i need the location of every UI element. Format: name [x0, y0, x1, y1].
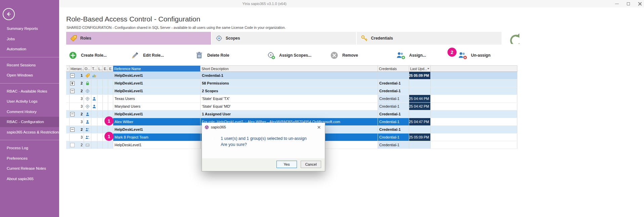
credentials-cell[interactable]: Credential-1 [378, 133, 409, 141]
reference-name-cell[interactable]: HelpDeskLevel1 [113, 126, 201, 133]
create-role-button[interactable]: Create Role... [69, 49, 107, 62]
dialog-close-button[interactable] [313, 123, 325, 131]
refresh-button[interactable] [508, 33, 519, 44]
hierarchy-cell[interactable]: 1 [70, 72, 84, 79]
last-updated-cell[interactable]: 025 04:47 PM [409, 118, 431, 125]
tab-roles[interactable]: Roles [66, 32, 212, 45]
credentials-cell[interactable]: Credential-1 [378, 126, 409, 133]
sidebar-item-comment-history[interactable]: Comment History [0, 107, 59, 117]
sidebar-item-about-sapio365[interactable]: About sapio365 [0, 174, 59, 184]
hierarchy-cell[interactable]: 3 [70, 103, 84, 110]
hierarchy-cell[interactable]: 2 [70, 110, 84, 118]
sidebar-item-process-log[interactable]: Process Log [0, 143, 59, 153]
hierarchy-cell[interactable]: 3 [70, 95, 84, 102]
sidebar-item-user-activity-logs[interactable]: User Activity Logs [0, 96, 59, 107]
reference-name-cell[interactable]: HelpDeskLevel1 [113, 79, 201, 87]
collapse-toggle[interactable] [70, 89, 75, 93]
collapse-toggle[interactable] [70, 112, 75, 116]
e2-column-header[interactable]: E... [108, 66, 113, 71]
collapse-toggle[interactable] [70, 127, 75, 132]
sidebar-item-current-release-notes[interactable]: Current Release Notes [0, 163, 59, 174]
table-row[interactable]: 3 Texas Users 'State' Equal 'TX' Credent… [66, 95, 517, 103]
table-row[interactable]: 3 Maryland Users 'State' Equal 'MD' Cred… [66, 103, 517, 110]
table-row[interactable]: 2 HelpDeskLevel1 2 Scopes Credential-1 [66, 87, 517, 95]
credentials-cell[interactable]: Credential-1 [378, 141, 409, 149]
tab-credentials[interactable]: Credentials [357, 32, 502, 45]
assign-scopes-button[interactable]: Assign Scopes... [267, 49, 311, 62]
sidebar-item-open-windows[interactable]: Open Windows [0, 70, 59, 80]
short-description-cell[interactable]: 2 Scopes [201, 87, 378, 95]
last-updated-cell[interactable] [409, 79, 431, 87]
hierarchy-cell[interactable]: 3 [70, 118, 84, 125]
reference-name-cell[interactable]: Texas Users [113, 95, 201, 102]
sidebar-item-automation[interactable]: Automation [0, 44, 59, 54]
reference-name-cell[interactable]: Mark 8 Project Team [113, 133, 201, 141]
last-updated-cell[interactable] [409, 126, 431, 133]
collapse-toggle[interactable] [70, 73, 75, 78]
reference-name-cell[interactable]: HelpDeskLevel1 [113, 141, 201, 149]
maximize-button[interactable] [627, 2, 630, 6]
remove-button[interactable]: Remove [330, 49, 358, 62]
last-updated-cell[interactable]: 25 05:09 PM [409, 72, 431, 79]
sidebar-item-rbac-available-roles[interactable]: RBAC - Available Roles [0, 86, 59, 97]
credentials-cell[interactable] [378, 72, 409, 79]
table-row[interactable]: 1 HelpDeskLevel1 Credential-1 25 05:09 P… [66, 72, 517, 79]
credentials-cell[interactable]: Credential-1 [378, 87, 409, 95]
assign-button[interactable]: Assign... [396, 49, 426, 62]
hierarchy-column-header[interactable]: Hierarc... [70, 66, 84, 71]
yes-button[interactable]: Yes [276, 161, 297, 168]
lock-column-header[interactable] [66, 66, 70, 71]
sidebar-item-sapio365-access-restrictions[interactable]: sapio365 Access & Restrictions [0, 127, 59, 138]
table-row[interactable]: 2 HelpDeskLevel1 58 Permissions Credenti… [66, 79, 517, 87]
t-column-header[interactable]: T... [91, 66, 97, 71]
last-updated-cell[interactable]: 025 04:42 PM [409, 103, 431, 110]
hierarchy-cell[interactable]: 3 [70, 133, 84, 141]
sidebar-item-jobs[interactable]: Jobs [0, 34, 59, 44]
sidebar-item-rbac-configuration[interactable]: RBAC - Configuration [0, 117, 59, 127]
reference-name-cell[interactable]: HelpDeskLevel1 [113, 72, 201, 79]
l-column-header[interactable]: L... [97, 66, 103, 71]
credentials-cell[interactable]: Credential-1 [378, 110, 409, 118]
sidebar-item-summary-reports[interactable]: Summary Reports [0, 23, 59, 34]
reference-name-cell[interactable]: HelpDeskLevel1 [113, 87, 201, 95]
table-row[interactable]: 2 HelpDeskLevel1 1 Assigned User Credent… [66, 110, 517, 118]
hierarchy-cell[interactable]: 2 [70, 126, 84, 133]
short-description-cell[interactable]: 'State' Equal 'TX' [201, 95, 378, 102]
e1-column-header[interactable]: E... [103, 66, 108, 71]
short-description-cell[interactable]: 58 Permissions [201, 79, 378, 87]
reference-name-column-header[interactable]: Reference Name [113, 66, 201, 71]
tab-scopes[interactable]: Scopes [212, 32, 357, 45]
last-updated-cell[interactable]: 025 04:44 PM [409, 95, 431, 102]
sidebar-item-recent-sessions[interactable]: Recent Sessions [0, 60, 59, 70]
close-button[interactable] [638, 2, 642, 6]
delete-role-button[interactable]: Delete Role [195, 49, 229, 62]
credentials-column-header[interactable]: Credentials [378, 66, 409, 71]
reference-name-cell[interactable]: Maryland Users [113, 103, 201, 110]
o-column-header[interactable]: O... [84, 66, 91, 71]
expand-toggle[interactable] [70, 81, 75, 86]
short-description-cell[interactable]: 'State' Equal 'MD' [201, 103, 378, 110]
hierarchy-cell[interactable]: 2 [70, 141, 84, 149]
reference-name-cell[interactable]: Alex Wilber [113, 118, 201, 125]
last-updated-cell[interactable] [409, 87, 431, 95]
last-updated-column-header[interactable]: Last Upd... [409, 66, 431, 71]
unassign-button[interactable]: Un-assign [458, 49, 490, 62]
short-description-column-header[interactable]: Short Description [201, 66, 378, 71]
credentials-cell[interactable]: Credential-1 [378, 79, 409, 87]
short-description-cell[interactable]: 1 Assigned User [201, 110, 378, 118]
last-updated-cell[interactable]: 025 05:09 PM [409, 133, 431, 141]
hierarchy-cell[interactable]: 2 [70, 79, 84, 87]
reference-name-cell[interactable]: HelpDeskLevel1 [113, 110, 201, 118]
edit-role-button[interactable]: Edit Role... [131, 49, 164, 62]
sidebar-item-preferences[interactable]: Preferences [0, 153, 59, 164]
last-updated-cell[interactable] [409, 110, 431, 118]
cancel-button[interactable]: Cancel [301, 161, 321, 168]
credentials-cell[interactable]: Credential-1 [378, 95, 409, 102]
back-button[interactable] [3, 8, 15, 20]
last-updated-cell[interactable] [409, 141, 431, 149]
hierarchy-cell[interactable]: 2 [70, 87, 84, 95]
credentials-cell[interactable]: Credential-1 [378, 103, 409, 110]
credentials-cell[interactable]: Credential-1 [378, 118, 409, 125]
short-description-cell[interactable]: Credential-1 [201, 72, 378, 79]
minimize-button[interactable] [615, 2, 619, 6]
